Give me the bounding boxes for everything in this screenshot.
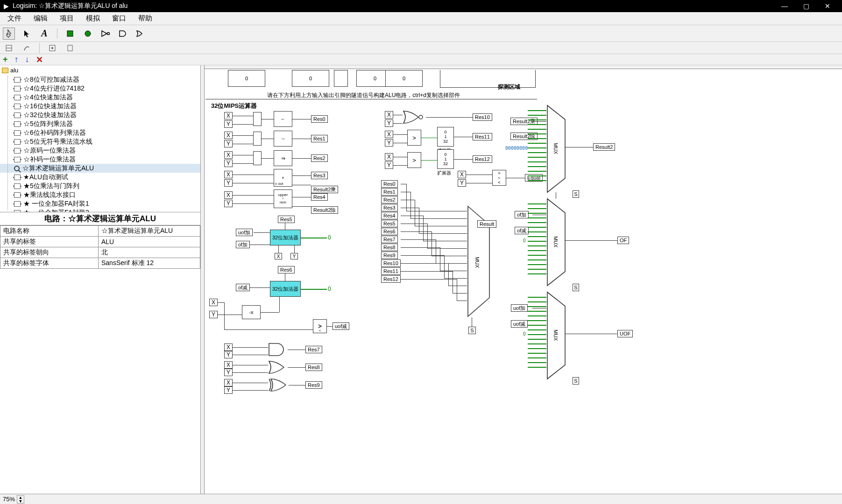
tree-item[interactable]: ★乘法线流水接口 bbox=[0, 190, 200, 199]
circuit-canvas[interactable]: 0 0 0 0 探测区域 请在下方利用上方输入输出引脚的隧道信号构建ALU电路，… bbox=[201, 65, 842, 467]
tree-item[interactable]: ★ 一位全加器FA封装1 bbox=[0, 199, 200, 208]
or-gate-tool[interactable] bbox=[135, 28, 147, 40]
chip-icon bbox=[14, 77, 21, 83]
move-down-button[interactable]: ↓ bbox=[25, 55, 29, 64]
pin-x[interactable]: X bbox=[385, 131, 393, 138]
tree-item[interactable]: ☆补码一位乘法器 bbox=[0, 155, 200, 164]
property-row[interactable]: 共享的标签朝向北 bbox=[0, 247, 200, 258]
and-gate-icon bbox=[268, 343, 290, 357]
window-minimize-button[interactable]: — bbox=[774, 0, 795, 12]
pin-y[interactable]: Y bbox=[224, 179, 233, 187]
subtool-2[interactable] bbox=[21, 42, 33, 54]
tunnel-s: S bbox=[573, 190, 579, 198]
svg-point-2 bbox=[107, 32, 110, 35]
zoom-level[interactable]: 75% bbox=[3, 496, 15, 503]
property-value[interactable]: ALU bbox=[99, 237, 200, 247]
tree-root[interactable]: alu bbox=[0, 65, 200, 75]
menu-edit[interactable]: 编辑 bbox=[29, 13, 52, 24]
pin-y[interactable]: Y bbox=[458, 179, 466, 187]
pin-x[interactable]: X bbox=[458, 171, 466, 178]
window-maximize-button[interactable]: ▢ bbox=[795, 0, 817, 12]
pin-x[interactable]: X bbox=[224, 132, 233, 139]
pin-x[interactable]: X bbox=[224, 112, 233, 119]
output-pin-tool[interactable] bbox=[82, 28, 94, 40]
poke-tool[interactable] bbox=[3, 28, 15, 40]
input-pin-tool[interactable] bbox=[64, 28, 76, 40]
tunnel-res12: Res12 bbox=[381, 275, 401, 283]
tree-item[interactable]: ☆4位快速加法器 bbox=[0, 93, 200, 102]
select-tool[interactable] bbox=[21, 28, 33, 40]
splitter-box bbox=[253, 112, 262, 126]
window-title: Logisim: ☆算术逻辑运算单元ALU of alu bbox=[13, 2, 127, 10]
pin-x[interactable]: X bbox=[224, 379, 233, 386]
pin-y[interactable]: Y bbox=[385, 119, 393, 127]
menu-simulate[interactable]: 模拟 bbox=[81, 13, 105, 24]
tree-item[interactable]: ☆6位补码阵列乘法器 bbox=[0, 128, 200, 137]
move-up-button[interactable]: ↑ bbox=[14, 55, 19, 64]
tree-item[interactable]: ☆原码一位乘法器 bbox=[0, 146, 200, 155]
subtool-3[interactable] bbox=[46, 42, 58, 54]
tree-item[interactable]: ☆8位可控加减法器 bbox=[0, 75, 200, 84]
tree-item[interactable]: ☆5位阵列乘法器 bbox=[0, 119, 200, 128]
pin-x[interactable]: X bbox=[224, 171, 233, 178]
tree-item[interactable]: ★5位乘法与门阵列 bbox=[0, 182, 200, 190]
pin-y[interactable]: Y bbox=[224, 386, 233, 394]
cmp-box: > bbox=[407, 152, 421, 168]
pin-y[interactable]: Y bbox=[224, 140, 233, 147]
property-row[interactable]: 共享的标签ALU bbox=[0, 237, 200, 247]
tree-item[interactable]: ☆5位无符号乘法流水线 bbox=[0, 137, 200, 146]
property-value[interactable]: ☆算术逻辑运算单元ALU bbox=[99, 226, 200, 237]
tunnel-res5: Res5 bbox=[381, 220, 398, 227]
text-tool[interactable]: A bbox=[38, 28, 50, 40]
pin-y[interactable]: Y bbox=[209, 311, 218, 318]
pin-y[interactable]: Y bbox=[385, 139, 393, 147]
menu-file[interactable]: 文件 bbox=[3, 13, 26, 24]
and-gate-tool[interactable] bbox=[117, 28, 129, 40]
window-close-button[interactable]: ✕ bbox=[817, 0, 838, 12]
pin-y[interactable]: Y bbox=[385, 161, 393, 169]
pin-x[interactable]: X bbox=[224, 343, 233, 351]
pin-y[interactable]: Y bbox=[224, 200, 233, 207]
property-value[interactable]: 北 bbox=[99, 247, 200, 258]
pin-x[interactable]: X bbox=[385, 111, 393, 119]
project-tree[interactable]: alu ☆8位可控加减法器☆4位先行进位74182☆4位快速加法器☆16位快速加… bbox=[0, 65, 200, 212]
pin-x[interactable]: X bbox=[224, 361, 233, 369]
pin-y[interactable]: Y bbox=[224, 120, 233, 128]
add-button[interactable]: + bbox=[3, 55, 8, 64]
menu-project[interactable]: 项目 bbox=[55, 13, 78, 24]
pin-y[interactable]: Y bbox=[224, 369, 233, 376]
pin-y[interactable]: Y bbox=[224, 160, 233, 167]
subtool-1[interactable] bbox=[3, 42, 15, 54]
tree-item[interactable]: ☆4位先行进位74182 bbox=[0, 84, 200, 93]
pin-x[interactable]: X bbox=[209, 299, 218, 306]
pin-x[interactable]: X bbox=[224, 191, 233, 199]
property-value[interactable]: SansSerif 标准 12 bbox=[99, 258, 200, 269]
tree-root-label: alu bbox=[10, 67, 18, 74]
section-heading: 32位MIPS运算器 bbox=[211, 102, 257, 110]
pin-x[interactable]: X bbox=[275, 253, 282, 259]
property-row[interactable]: 电路名称☆算术逻辑运算单元ALU bbox=[0, 226, 200, 237]
menu-window[interactable]: 窗口 bbox=[107, 13, 131, 24]
pin-y[interactable]: Y bbox=[290, 253, 298, 259]
canvas-scroll[interactable]: 0 0 0 0 探测区域 请在下方利用上方输入输出引脚的隧道信号构建ALU电路，… bbox=[201, 65, 842, 494]
tree-item[interactable]: ★ALU自动测试 bbox=[0, 173, 200, 182]
not-gate-tool[interactable] bbox=[99, 28, 112, 40]
menu-help[interactable]: 帮助 bbox=[134, 13, 157, 24]
svg-point-8 bbox=[419, 115, 423, 119]
tunnel-res10: Res10 bbox=[473, 113, 492, 121]
pin-y[interactable]: Y bbox=[224, 351, 233, 358]
chip-icon bbox=[14, 192, 21, 198]
tree-item[interactable]: ☆16位快速加法器 bbox=[0, 102, 200, 111]
chip-icon bbox=[14, 175, 21, 180]
tunnel-s: S bbox=[468, 327, 476, 334]
delete-button[interactable]: ✕ bbox=[36, 55, 43, 65]
tree-item[interactable]: ★ 一位全加器FA封装2 bbox=[0, 208, 200, 212]
pin-x[interactable]: X bbox=[224, 151, 233, 159]
tree-item[interactable]: ☆算术逻辑运算单元ALU bbox=[0, 164, 200, 173]
pin-x[interactable]: X bbox=[385, 153, 393, 161]
canvas-hint: 请在下方利用上方输入输出引脚的隧道信号构建ALU电路，ctrl+d复制选择部件 bbox=[267, 91, 460, 99]
property-row[interactable]: 共享的标签字体SansSerif 标准 12 bbox=[0, 258, 200, 269]
zoom-spinner[interactable]: ▲▼ bbox=[17, 495, 24, 504]
tree-item[interactable]: ☆32位快速加法器 bbox=[0, 111, 200, 119]
subtool-4[interactable] bbox=[64, 42, 76, 54]
